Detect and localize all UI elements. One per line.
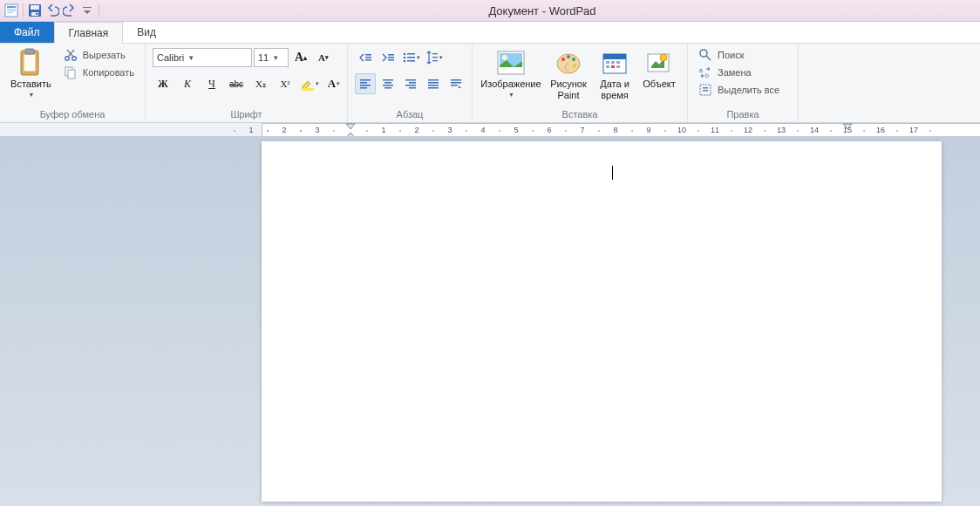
- svg-rect-51: [451, 85, 458, 86]
- svg-point-13: [65, 57, 69, 61]
- svg-rect-44: [409, 87, 416, 89]
- bold-button[interactable]: Ж: [153, 73, 174, 94]
- svg-rect-29: [407, 60, 415, 62]
- svg-rect-20: [365, 59, 371, 61]
- save-icon[interactable]: [27, 3, 43, 18]
- font-size-combo[interactable]: 11 ▾: [254, 48, 289, 67]
- cut-label: Вырезать: [83, 50, 126, 60]
- svg-rect-63: [611, 61, 615, 64]
- subscript-button[interactable]: X₂: [250, 73, 271, 94]
- find-button[interactable]: Поиск: [695, 47, 783, 63]
- chevron-down-icon: ▾: [316, 80, 319, 87]
- font-color-button[interactable]: A▾: [323, 73, 344, 94]
- svg-point-86: [366, 130, 368, 132]
- bullets-button[interactable]: ▾: [400, 47, 421, 68]
- svg-text:6: 6: [547, 126, 551, 134]
- svg-rect-34: [360, 82, 367, 84]
- align-right-button[interactable]: [400, 73, 421, 94]
- font-size-value: 11: [258, 52, 269, 63]
- svg-text:16: 16: [876, 126, 885, 134]
- svg-rect-49: [451, 79, 461, 81]
- find-label: Поиск: [718, 50, 744, 60]
- svg-text:11: 11: [711, 126, 719, 134]
- svg-text:13: 13: [777, 126, 786, 134]
- insert-datetime-button[interactable]: Дата и время: [595, 47, 635, 103]
- copy-button[interactable]: Копировать: [60, 65, 138, 80]
- svg-point-104: [664, 130, 666, 132]
- align-center-button[interactable]: [378, 73, 398, 94]
- svg-point-100: [598, 130, 600, 132]
- align-left-button[interactable]: [355, 73, 376, 94]
- redo-icon[interactable]: [62, 3, 78, 18]
- font-family-combo[interactable]: Calibri ▾: [153, 48, 252, 67]
- svg-rect-30: [432, 53, 438, 54]
- insert-image-button[interactable]: Изображение ▼: [480, 47, 542, 101]
- qat-customize-icon[interactable]: [79, 3, 95, 18]
- line-spacing-button[interactable]: ▾: [423, 47, 444, 68]
- tab-home[interactable]: Главная: [54, 22, 124, 44]
- svg-point-70: [700, 50, 707, 57]
- superscript-button[interactable]: X²: [275, 73, 296, 94]
- svg-text:b: b: [705, 72, 709, 79]
- chevron-down-icon: ▼: [28, 92, 34, 99]
- increase-indent-button[interactable]: [378, 47, 398, 68]
- tab-file[interactable]: Файл: [0, 22, 54, 43]
- undo-icon[interactable]: [44, 3, 60, 18]
- wordpad-app-icon[interactable]: [3, 3, 19, 18]
- svg-rect-8: [36, 13, 37, 15]
- svg-text:1: 1: [381, 126, 385, 134]
- svg-point-56: [561, 58, 565, 61]
- insert-paint-button[interactable]: Рисунок Paint: [548, 47, 589, 103]
- strike-button[interactable]: abc: [226, 73, 247, 94]
- insert-datetime-label: Дата и время: [595, 79, 635, 101]
- document-page[interactable]: [262, 141, 942, 502]
- replace-label: Замена: [718, 67, 752, 78]
- grow-font-button[interactable]: A▴: [290, 47, 311, 68]
- decrease-indent-button[interactable]: [355, 47, 376, 68]
- svg-point-106: [698, 130, 699, 132]
- highlight-color-button[interactable]: ▾: [299, 73, 320, 94]
- svg-rect-41: [405, 79, 416, 81]
- palette-icon: [555, 49, 582, 77]
- cut-button[interactable]: Вырезать: [60, 47, 138, 63]
- window-title: Документ - WordPad: [105, 4, 980, 17]
- svg-rect-33: [360, 79, 371, 81]
- justify-button[interactable]: [423, 73, 444, 94]
- svg-point-114: [830, 130, 832, 132]
- picture-icon: [497, 49, 525, 77]
- chevron-down-icon: ▾: [189, 53, 194, 62]
- svg-rect-35: [360, 85, 371, 86]
- svg-rect-19: [365, 57, 371, 58]
- group-clipboard: Вставить ▼ Вырезать Копировать Буфер: [0, 44, 146, 122]
- svg-rect-40: [385, 87, 391, 89]
- svg-rect-28: [407, 57, 415, 58]
- svg-point-84: [267, 130, 269, 132]
- svg-point-57: [567, 55, 570, 58]
- svg-point-110: [764, 130, 766, 132]
- svg-point-96: [532, 130, 534, 132]
- select-all-button[interactable]: Выделить все: [695, 82, 783, 98]
- svg-rect-2: [7, 9, 16, 10]
- svg-rect-31: [432, 57, 438, 58]
- svg-text:3: 3: [447, 126, 452, 134]
- replace-button[interactable]: ab Замена: [695, 65, 783, 80]
- shrink-font-button[interactable]: A▾: [313, 47, 334, 68]
- svg-rect-45: [428, 79, 439, 81]
- svg-text:10: 10: [677, 126, 686, 134]
- svg-rect-3: [7, 10, 16, 11]
- tab-view[interactable]: Вид: [123, 22, 170, 43]
- group-paragraph: ▾ ▾ Абзац: [348, 44, 473, 122]
- svg-point-26: [403, 60, 405, 63]
- svg-text:14: 14: [810, 126, 819, 134]
- svg-point-94: [499, 130, 500, 132]
- group-editing-label: Правка: [695, 106, 791, 122]
- svg-text:5: 5: [514, 126, 518, 134]
- svg-point-116: [863, 130, 865, 132]
- underline-button[interactable]: Ч: [201, 73, 222, 94]
- paragraph-dialog-button[interactable]: [446, 73, 466, 94]
- svg-point-14: [71, 57, 76, 61]
- svg-rect-61: [603, 54, 626, 59]
- paste-button[interactable]: Вставить ▼: [7, 47, 55, 101]
- insert-object-button[interactable]: Объект: [640, 47, 678, 92]
- italic-button[interactable]: К: [177, 73, 198, 94]
